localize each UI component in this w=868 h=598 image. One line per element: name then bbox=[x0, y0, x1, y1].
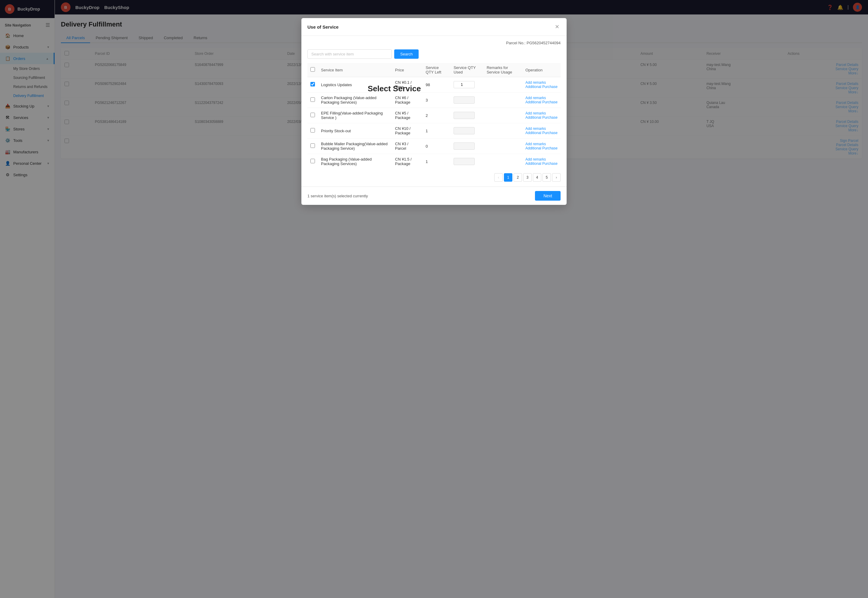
service-operation-5: Add remarks Additional Purchase bbox=[522, 154, 561, 169]
service-name-3: Priority Stock-out bbox=[318, 123, 392, 139]
pagination-prev[interactable]: ‹ bbox=[494, 173, 503, 182]
modal-header: Use of Service ✕ bbox=[301, 18, 567, 36]
modal-close-button[interactable]: ✕ bbox=[554, 23, 561, 31]
service-qty-used-2 bbox=[450, 108, 484, 123]
service-table-header: Service Item Price Service QTY Left Serv… bbox=[307, 63, 561, 77]
next-button[interactable]: Next bbox=[535, 191, 561, 200]
additional-purchase-link-4[interactable]: Additional Purchase bbox=[525, 146, 558, 150]
service-checkbox-cell-3 bbox=[307, 123, 318, 139]
service-row: Priority Stock-out CN ¥10 / Package 1 Ad… bbox=[307, 123, 561, 139]
service-checkbox-cell-2 bbox=[307, 108, 318, 123]
service-qty-used-3 bbox=[450, 123, 484, 139]
modal-overlay[interactable]: Use of Service ✕ Parcel No.: PG562045274… bbox=[0, 0, 868, 598]
service-price-1: CN ¥6 / Package bbox=[392, 93, 423, 108]
service-table-wrapper: Service Item Price Service QTY Left Serv… bbox=[307, 63, 561, 169]
service-row: Logistics Updates CN ¥0.1 / Time 98 Add … bbox=[307, 77, 561, 93]
search-button[interactable]: Search bbox=[394, 49, 419, 59]
service-qty-input-3 bbox=[453, 127, 475, 135]
service-qty-used-5 bbox=[450, 154, 484, 169]
col-service-item: Service Item bbox=[318, 63, 392, 77]
service-qty-used-4 bbox=[450, 139, 484, 154]
service-checkbox-0[interactable] bbox=[310, 82, 315, 87]
additional-purchase-link-1[interactable]: Additional Purchase bbox=[525, 100, 558, 104]
col-check bbox=[307, 63, 318, 77]
service-operation-4: Add remarks Additional Purchase bbox=[522, 139, 561, 154]
additional-purchase-link-5[interactable]: Additional Purchase bbox=[525, 161, 558, 166]
modal-title: Use of Service bbox=[307, 24, 338, 30]
page-5-button[interactable]: 5 bbox=[543, 173, 551, 182]
service-name-1: Carton Packaging (Value-added Packaging … bbox=[318, 93, 392, 108]
page-1-button[interactable]: 1 bbox=[504, 173, 512, 182]
service-name-0: Logistics Updates bbox=[318, 77, 392, 93]
service-operation-2: Add remarks Additional Purchase bbox=[522, 108, 561, 123]
service-qty-left-2: 2 bbox=[422, 108, 450, 123]
service-checkbox-2[interactable] bbox=[310, 113, 315, 117]
page-4-button[interactable]: 4 bbox=[533, 173, 541, 182]
service-qty-input-0[interactable] bbox=[453, 81, 475, 88]
use-of-service-modal: Use of Service ✕ Parcel No.: PG562045274… bbox=[301, 18, 567, 205]
service-name-5: Bag Packaging (Value-added Packaging Ser… bbox=[318, 154, 392, 169]
service-qty-used-1 bbox=[450, 93, 484, 108]
modal-body: Parcel No.: PG5620452744094 Search Se bbox=[301, 36, 567, 187]
service-qty-input-4 bbox=[453, 142, 475, 150]
service-checkbox-cell-4 bbox=[307, 139, 318, 154]
add-remarks-link-0[interactable]: Add remarks bbox=[525, 81, 558, 85]
service-remarks-5 bbox=[484, 154, 522, 169]
service-qty-left-4: 0 bbox=[422, 139, 450, 154]
service-qty-left-0: 98 bbox=[422, 77, 450, 93]
service-checkbox-cell-1 bbox=[307, 93, 318, 108]
service-qty-used-0 bbox=[450, 77, 484, 93]
service-operation-0: Add remarks Additional Purchase bbox=[522, 77, 561, 93]
service-row: Carton Packaging (Value-added Packaging … bbox=[307, 93, 561, 108]
service-price-5: CN ¥1.5 / Package bbox=[392, 154, 423, 169]
service-checkbox-5[interactable] bbox=[310, 159, 315, 163]
service-remarks-2 bbox=[484, 108, 522, 123]
service-select-all[interactable] bbox=[310, 67, 315, 72]
page-3-button[interactable]: 3 bbox=[523, 173, 532, 182]
service-operation-1: Add remarks Additional Purchase bbox=[522, 93, 561, 108]
parcel-number: Parcel No.: PG5620452744094 bbox=[307, 41, 561, 45]
service-price-0: CN ¥0.1 / Time bbox=[392, 77, 423, 93]
service-row: EPE Filling(Value-added Packaging Servic… bbox=[307, 108, 561, 123]
service-table-body: Logistics Updates CN ¥0.1 / Time 98 Add … bbox=[307, 77, 561, 169]
service-checkbox-cell-0 bbox=[307, 77, 318, 93]
service-qty-left-1: 3 bbox=[422, 93, 450, 108]
selected-count: 1 service item(s) selected currently bbox=[307, 194, 368, 198]
service-name-2: EPE Filling(Value-added Packaging Servic… bbox=[318, 108, 392, 123]
service-qty-input-1 bbox=[453, 96, 475, 104]
col-price: Price bbox=[392, 63, 423, 77]
pagination-next[interactable]: › bbox=[552, 173, 561, 182]
service-remarks-0 bbox=[484, 77, 522, 93]
add-remarks-link-2[interactable]: Add remarks bbox=[525, 111, 558, 115]
service-qty-left-3: 1 bbox=[422, 123, 450, 139]
add-remarks-link-3[interactable]: Add remarks bbox=[525, 127, 558, 131]
add-remarks-link-5[interactable]: Add remarks bbox=[525, 157, 558, 161]
additional-purchase-link-2[interactable]: Additional Purchase bbox=[525, 115, 558, 120]
service-price-4: CN ¥3 / Parcel bbox=[392, 139, 423, 154]
service-price-2: CN ¥5 / Package bbox=[392, 108, 423, 123]
service-row: Bag Packaging (Value-added Packaging Ser… bbox=[307, 154, 561, 169]
service-checkbox-4[interactable] bbox=[310, 144, 315, 148]
service-remarks-3 bbox=[484, 123, 522, 139]
col-service-qty-used: Service QTY Used bbox=[450, 63, 484, 77]
service-name-4: Bubble Mailer Packaging(Value-added Pack… bbox=[318, 139, 392, 154]
service-remarks-4 bbox=[484, 139, 522, 154]
service-remarks-1 bbox=[484, 93, 522, 108]
service-qty-input-2 bbox=[453, 112, 475, 119]
service-table: Service Item Price Service QTY Left Serv… bbox=[307, 63, 561, 169]
service-price-3: CN ¥10 / Package bbox=[392, 123, 423, 139]
modal-footer: 1 service item(s) selected currently Nex… bbox=[301, 187, 567, 205]
search-row: Search bbox=[307, 49, 561, 59]
service-checkbox-1[interactable] bbox=[310, 97, 315, 102]
add-remarks-link-1[interactable]: Add remarks bbox=[525, 96, 558, 100]
search-input[interactable] bbox=[307, 49, 392, 59]
additional-purchase-link-0[interactable]: Additional Purchase bbox=[525, 85, 558, 89]
service-qty-input-5 bbox=[453, 158, 475, 165]
service-row: Bubble Mailer Packaging(Value-added Pack… bbox=[307, 139, 561, 154]
page-2-button[interactable]: 2 bbox=[513, 173, 522, 182]
service-checkbox-3[interactable] bbox=[310, 128, 315, 133]
additional-purchase-link-3[interactable]: Additional Purchase bbox=[525, 131, 558, 135]
service-checkbox-cell-5 bbox=[307, 154, 318, 169]
add-remarks-link-4[interactable]: Add remarks bbox=[525, 142, 558, 146]
col-remarks: Remarks for Service Usage bbox=[484, 63, 522, 77]
